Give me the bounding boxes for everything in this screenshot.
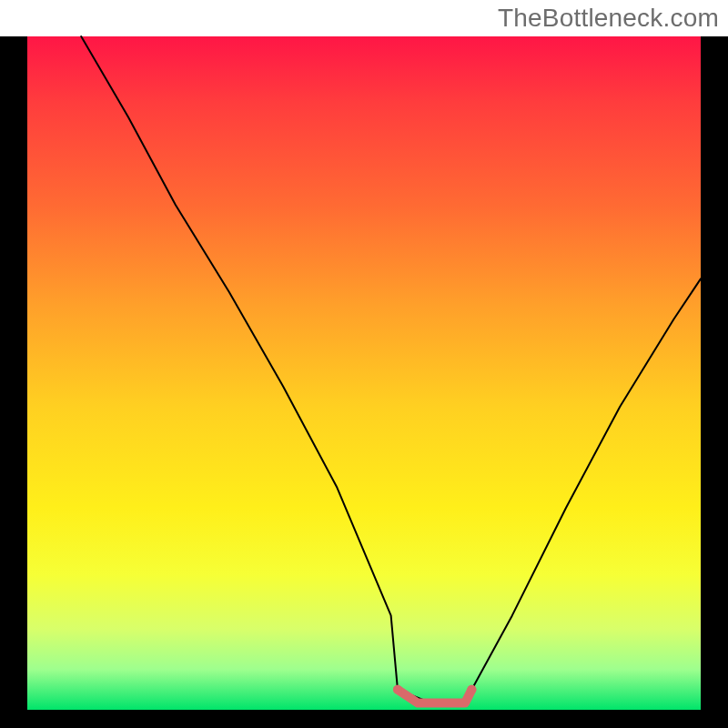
watermark-text: TheBottleneck.com [498,4,719,33]
emphasis-dot-start [393,685,402,694]
frame-left [0,36,27,728]
frame-right [701,36,728,728]
frame-bottom [0,710,728,728]
emphasis-dot-end [467,685,476,694]
curve-layer [27,36,701,710]
bottleneck-curve-path [81,36,701,703]
flat-bottom-emphasis-path [398,690,471,703]
chart-stage: TheBottleneck.com [0,0,728,728]
